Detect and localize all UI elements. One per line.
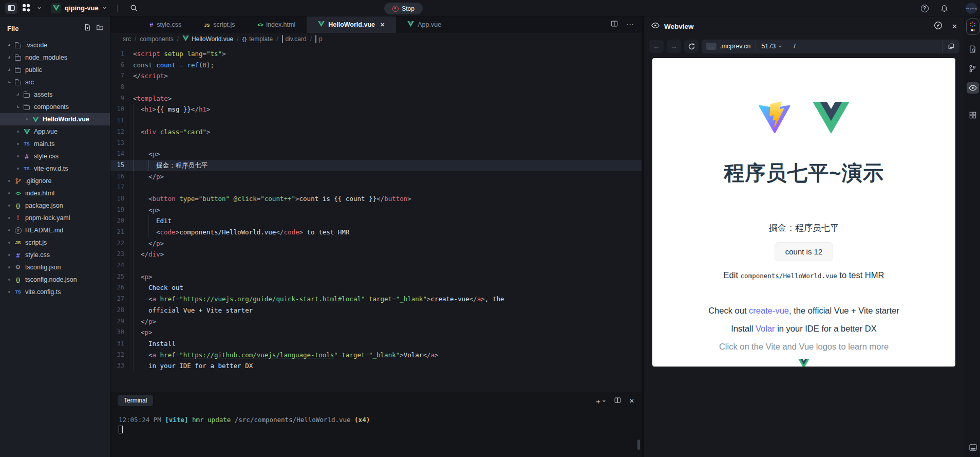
code-line[interactable]: 21<code>components/HelloWorld.vue</code>… — [110, 227, 642, 238]
breadcrumb-item-div.card[interactable]: div.card — [282, 35, 307, 43]
preview-eye-icon[interactable] — [967, 82, 979, 94]
split-editor-icon[interactable] — [611, 20, 618, 29]
editor-tab-index.html[interactable]: <>index.html — [247, 16, 307, 33]
breadcrumb-item-src[interactable]: src — [123, 35, 131, 43]
breadcrumb-item-p[interactable]: p — [315, 35, 323, 43]
tree-item-components[interactable]: components — [0, 101, 110, 113]
code-line[interactable]: 12<div class="card"> — [110, 126, 642, 138]
chevron-down-icon[interactable] — [37, 6, 42, 10]
breadcrumb-item-template[interactable]: {}template — [242, 35, 273, 43]
count-button[interactable]: count is 12 — [775, 242, 834, 261]
extensions-grid-icon[interactable] — [967, 109, 979, 121]
tree-item-package.json[interactable]: {}package.json — [0, 199, 110, 212]
code-line[interactable]: 1<script setup lang="ts"> — [110, 48, 642, 60]
code-line-current[interactable]: 15掘金：程序员七平 — [110, 160, 642, 171]
code-line[interactable]: 16</p> — [110, 171, 642, 182]
back-icon[interactable]: ← — [649, 40, 664, 53]
tree-item-public[interactable]: public — [0, 64, 110, 76]
editor-tab-App.vue[interactable]: App.vue — [396, 16, 453, 33]
code-line[interactable]: 25<p> — [110, 271, 642, 283]
stop-button[interactable]: Stop — [384, 3, 423, 14]
tree-item-HelloWorld.vue[interactable]: HelloWorld.vue — [0, 113, 110, 125]
close-terminal-icon[interactable]: ✕ — [629, 397, 634, 405]
tree-item-vite.config.ts[interactable]: TSvite.config.ts — [0, 286, 110, 298]
terminal-scrollbar[interactable] — [637, 440, 640, 450]
open-external-icon[interactable] — [942, 40, 959, 53]
code-line[interactable]: 18<button type="button" @click="count++"… — [110, 193, 642, 205]
code-line[interactable]: 33in your IDE for a better DX — [110, 360, 642, 372]
tree-item-.vscode[interactable]: .vscode — [0, 39, 110, 51]
code-line[interactable]: 31Install — [110, 338, 642, 350]
file-search-icon[interactable] — [967, 43, 979, 54]
editor-tab-HelloWorld.vue[interactable]: HelloWorld.vue✕ — [307, 16, 396, 33]
search-icon[interactable] — [128, 2, 140, 14]
split-terminal-icon[interactable] — [614, 396, 621, 406]
tree-item-.gitignore[interactable]: .gitignore — [0, 175, 110, 187]
tree-item-assets[interactable]: assets — [0, 88, 110, 101]
code-line[interactable]: 13 — [110, 138, 642, 149]
tree-item-main.ts[interactable]: TSmain.ts — [0, 138, 110, 150]
ai-assistant-button[interactable]: AI — [966, 19, 979, 35]
new-folder-icon[interactable] — [96, 24, 104, 33]
tree-item-tsconfig.node.json[interactable]: {}tsconfig.node.json — [0, 273, 110, 286]
code-line[interactable]: 19<p> — [110, 205, 642, 216]
avatar[interactable]: we young — [966, 3, 977, 14]
code-line[interactable]: 27<a href="https://vuejs.org/guide/quick… — [110, 294, 642, 305]
code-line[interactable]: 26Check out — [110, 282, 642, 294]
terminal-output[interactable]: 12:05:24 PM [vite] hmr update /src/compo… — [110, 409, 642, 435]
close-tab-icon[interactable]: ✕ — [380, 22, 385, 28]
tree-item-index.html[interactable]: <>index.html — [0, 187, 110, 199]
tree-item-README.md[interactable]: ?README.md — [0, 224, 110, 236]
tree-item-tsconfig.json[interactable]: ⚙tsconfig.json — [0, 261, 110, 273]
code-line[interactable]: 23</div> — [110, 249, 642, 260]
code-line[interactable]: 22</p> — [110, 238, 642, 249]
project-switcher[interactable]: qiping-vue — [51, 3, 107, 13]
code-line[interactable]: 7</script> — [110, 70, 642, 82]
volar-link[interactable]: Volar — [756, 324, 775, 333]
vue-logo[interactable] — [813, 102, 850, 136]
code-line[interactable]: 29</p> — [110, 316, 642, 327]
code-line[interactable]: 30<p> — [110, 327, 642, 338]
sidebar-toggle-button[interactable] — [5, 3, 17, 14]
app-logo-icon[interactable] — [23, 4, 32, 12]
refresh-icon[interactable] — [684, 40, 699, 53]
compass-icon[interactable] — [934, 21, 943, 32]
tree-item-style.css[interactable]: #style.css — [0, 150, 110, 162]
editor-tab-style.css[interactable]: #style.css — [138, 16, 193, 33]
code-line[interactable]: 11 — [110, 115, 642, 126]
port-dropdown[interactable]: 5173 — [756, 42, 787, 51]
code-editor[interactable]: 1<script setup lang="ts">6const count = … — [110, 45, 642, 392]
editor-tab-script.js[interactable]: JSscript.js — [193, 16, 246, 33]
code-line[interactable]: 9<template> — [110, 93, 642, 104]
code-line[interactable]: 28official Vue + Vite starter — [110, 305, 642, 316]
code-line[interactable]: 20Edit — [110, 215, 642, 227]
bell-icon[interactable] — [938, 2, 950, 14]
vite-logo[interactable] — [758, 101, 791, 136]
create-vue-link[interactable]: create-vue — [749, 306, 789, 315]
code-line[interactable]: 14<p> — [110, 149, 642, 160]
terminal-tab[interactable]: Terminal — [118, 395, 153, 406]
help-icon[interactable]: ? — [918, 2, 931, 14]
new-terminal-icon[interactable]: + — [596, 397, 606, 406]
tree-item-App.vue[interactable]: App.vue — [0, 125, 110, 138]
code-line[interactable]: 17 — [110, 182, 642, 193]
more-actions-icon[interactable]: ⋯ — [626, 20, 634, 29]
address-bar[interactable]: ... .mcprev.cn 5173 / — [702, 40, 959, 53]
code-line[interactable]: 32<a href="https://github.com/vuejs/lang… — [110, 350, 642, 361]
tree-item-style.css[interactable]: #style.css — [0, 249, 110, 261]
address-prefix[interactable]: ... — [706, 43, 717, 50]
tree-item-vite-env.d.ts[interactable]: TSvite-env.d.ts — [0, 162, 110, 175]
close-webview-icon[interactable]: ✕ — [952, 23, 957, 30]
breadcrumb-item-HelloWorld.vue[interactable]: HelloWorld.vue — [182, 35, 233, 43]
new-file-icon[interactable] — [84, 24, 91, 33]
code-line[interactable]: 8 — [110, 82, 642, 93]
tree-item-node_modules[interactable]: node_modules — [0, 51, 110, 64]
tree-item-script.js[interactable]: JSscript.js — [0, 236, 110, 249]
breadcrumb-item-components[interactable]: components — [140, 35, 173, 43]
tree-item-src[interactable]: src — [0, 76, 110, 88]
panel-layout-icon[interactable] — [967, 442, 979, 453]
forward-icon[interactable]: → — [667, 40, 681, 53]
source-control-icon[interactable] — [967, 63, 979, 74]
code-line[interactable]: 24 — [110, 260, 642, 271]
code-line[interactable]: 6const count = ref(0); — [110, 60, 642, 71]
